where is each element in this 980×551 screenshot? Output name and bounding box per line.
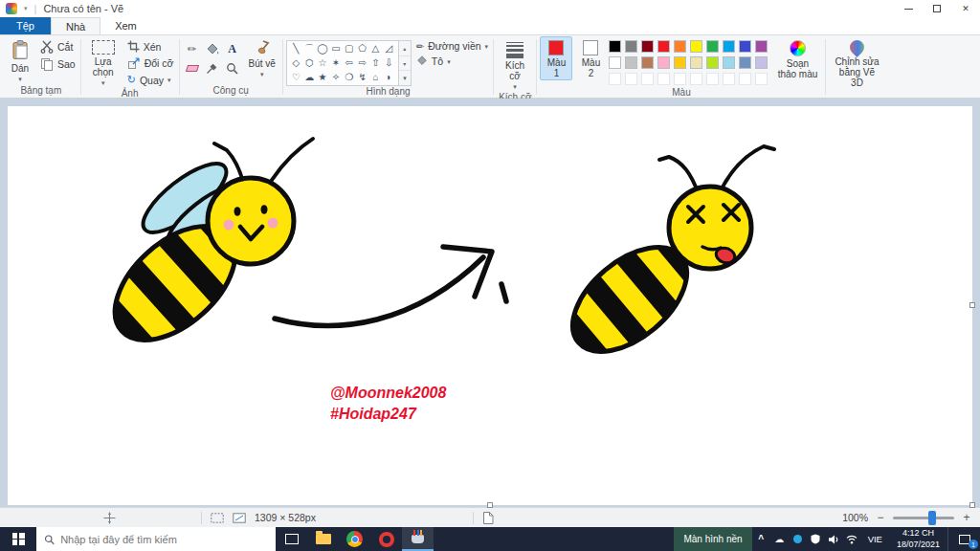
color-swatch-empty[interactable] <box>723 73 735 85</box>
tray-network-icon[interactable] <box>843 527 861 551</box>
zoom-slider[interactable] <box>893 517 954 519</box>
start-button[interactable] <box>0 527 36 551</box>
color-swatch[interactable] <box>739 40 751 53</box>
shape-tool[interactable]: ☁ <box>303 71 316 84</box>
color-swatch[interactable] <box>674 56 686 69</box>
taskbar-clock[interactable]: 4:12 CH 18/07/2021 <box>889 527 947 551</box>
shape-tool[interactable]: ⇦ <box>343 56 355 70</box>
color-swatch-empty[interactable] <box>690 73 702 85</box>
color-swatch[interactable] <box>657 40 670 53</box>
shape-tool[interactable]: ⇧ <box>369 56 382 70</box>
color1-button[interactable]: Màu 1 <box>540 36 572 80</box>
outline-button[interactable]: ✏ Đường viền ▾ <box>414 40 490 52</box>
taskbar-app-files[interactable] <box>307 527 339 551</box>
copy-button[interactable]: Sao <box>38 57 78 71</box>
eraser-tool-button[interactable] <box>183 59 202 77</box>
color-swatch-empty[interactable] <box>625 73 637 85</box>
color-swatch-empty[interactable] <box>657 73 670 85</box>
color-swatch[interactable] <box>641 56 654 69</box>
color-swatch[interactable] <box>657 56 670 69</box>
crop-button[interactable]: Xén <box>125 40 176 53</box>
shape-tool[interactable]: ★ <box>317 71 329 84</box>
paste-button[interactable]: Dán ▾ <box>5 36 35 84</box>
tray-volume-icon[interactable] <box>825 527 843 551</box>
color-swatch[interactable] <box>641 40 654 53</box>
fill-button[interactable]: Tô ▾ <box>414 55 490 67</box>
tab-file[interactable]: Tệp <box>0 17 51 34</box>
color-swatch[interactable] <box>755 40 768 53</box>
shape-tool[interactable]: ⇨ <box>356 56 368 70</box>
tray-shield-icon[interactable] <box>807 527 825 551</box>
language-indicator[interactable]: VIE <box>861 527 889 551</box>
color-swatch-empty[interactable] <box>641 73 654 85</box>
color-swatch-empty[interactable] <box>706 73 719 85</box>
color-swatch[interactable] <box>690 56 702 69</box>
shape-tool[interactable]: ✧ <box>329 71 342 84</box>
cut-button[interactable]: Cắt <box>38 40 78 54</box>
shape-tool[interactable]: ❍ <box>343 71 355 84</box>
taskbar-search[interactable] <box>36 527 276 551</box>
shapes-more-icon[interactable]: ▼ <box>399 70 411 85</box>
taskbar-app-chrome[interactable] <box>339 527 370 551</box>
rotate-button[interactable]: ↻ Quay ▾ <box>125 74 176 86</box>
color-swatch[interactable] <box>625 56 637 69</box>
pencil-tool-button[interactable]: ✏ <box>183 40 202 58</box>
color-swatch-empty[interactable] <box>609 73 621 85</box>
canvas-resize-handle-right[interactable] <box>969 302 975 308</box>
qat-caret-icon[interactable]: ▾ <box>24 5 28 12</box>
tray-chevron-up-icon[interactable]: ^ <box>752 527 770 551</box>
color2-button[interactable]: Màu 2 <box>575 36 606 80</box>
tab-view[interactable]: Xem <box>100 17 151 34</box>
shapes-scrollbar[interactable]: ▴ ▾ ▼ <box>399 40 412 86</box>
size-button[interactable]: Kích cỡ ▾ <box>497 36 533 92</box>
magnifier-tool-button[interactable] <box>223 59 242 77</box>
zoom-in-button[interactable]: + <box>961 511 972 524</box>
color-swatch-empty[interactable] <box>674 73 686 85</box>
search-input[interactable] <box>60 534 268 545</box>
color-swatch-empty[interactable] <box>755 73 768 85</box>
shape-tool[interactable]: ◿ <box>383 42 395 55</box>
shape-tool[interactable]: ↯ <box>356 71 368 84</box>
shape-tool[interactable]: ▢ <box>343 42 355 55</box>
shape-tool[interactable]: ◗ <box>383 71 395 84</box>
taskbar-app-browser[interactable] <box>370 527 402 551</box>
restore-button[interactable] <box>923 0 951 17</box>
color-swatch[interactable] <box>690 40 702 53</box>
color-swatch[interactable] <box>609 40 621 53</box>
action-center-button[interactable]: 1 <box>947 527 980 551</box>
shape-tool[interactable]: ⌒ <box>303 42 316 55</box>
color-swatch[interactable] <box>674 40 686 53</box>
select-button[interactable]: Lựa chọn ▾ <box>84 36 122 88</box>
zoom-slider-thumb[interactable] <box>928 511 936 525</box>
task-view-button[interactable] <box>276 527 307 551</box>
color-swatch[interactable] <box>723 56 735 69</box>
scroll-up-icon[interactable]: ▴ <box>399 41 411 55</box>
shape-tool[interactable]: ☆ <box>317 56 329 70</box>
brushes-button[interactable]: Bút vẽ ▾ <box>245 36 279 79</box>
shape-tool[interactable]: ⬠ <box>356 42 368 55</box>
shape-tool[interactable]: ⇩ <box>383 56 395 70</box>
color-swatch[interactable] <box>723 40 735 53</box>
shape-tool[interactable]: ◇ <box>290 56 302 70</box>
color-swatch[interactable] <box>739 56 751 69</box>
desktop-toolbar[interactable]: Màn hình nền <box>674 527 751 551</box>
color-swatch[interactable] <box>609 56 621 69</box>
tray-app-icon[interactable] <box>789 527 807 551</box>
scroll-down-icon[interactable]: ▾ <box>399 55 411 71</box>
shape-tool[interactable]: ♡ <box>290 71 302 84</box>
shape-tool[interactable]: ✶ <box>329 56 342 70</box>
shape-tool[interactable]: △ <box>369 42 382 55</box>
close-button[interactable]: ✕ <box>951 0 980 17</box>
edit-colors-button[interactable]: Soạn thảo màu <box>772 36 822 81</box>
color-swatch[interactable] <box>625 40 637 53</box>
minimize-button[interactable] <box>894 0 923 17</box>
canvas-resize-handle-corner[interactable] <box>969 502 975 508</box>
shape-tool[interactable]: ⬡ <box>303 56 316 70</box>
color-swatch[interactable] <box>706 40 719 53</box>
text-tool-button[interactable]: A <box>223 40 242 58</box>
color-swatch-empty[interactable] <box>739 73 751 85</box>
zoom-out-button[interactable]: − <box>875 511 886 524</box>
tab-home[interactable]: Nhà <box>51 17 100 34</box>
tray-cloud-icon[interactable]: ☁ <box>770 527 789 551</box>
color-picker-tool-button[interactable] <box>203 59 222 77</box>
